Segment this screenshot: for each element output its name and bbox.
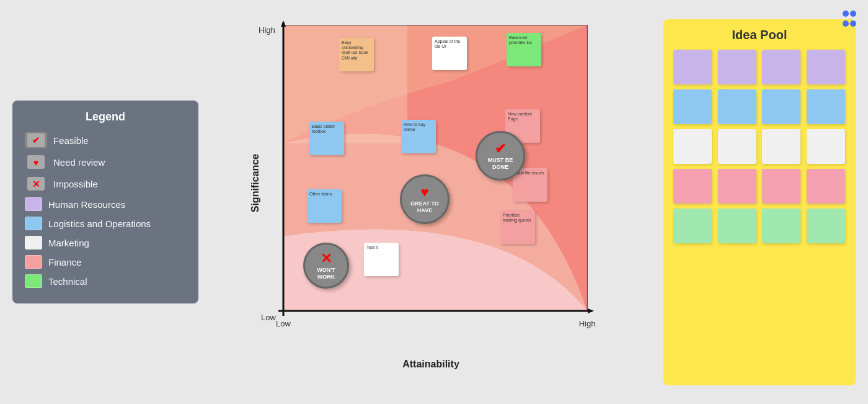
logistics-label: Logistics and Operations: [48, 218, 151, 229]
wont-work-circle: ✕ WON'TWORK: [303, 243, 349, 289]
pool-sticky-b3[interactable]: [762, 89, 800, 124]
pool-sticky-g4[interactable]: [807, 209, 845, 243]
feasible-icon: ✔: [25, 132, 47, 148]
pool-sticky-w4[interactable]: [807, 129, 845, 164]
sticky-n3[interactable]: Balanced priorities list: [507, 33, 541, 66]
impossible-label: Impossible: [53, 179, 98, 189]
impossible-icon: ✕: [25, 176, 47, 192]
marketing-color: [25, 236, 42, 249]
technical-color: [25, 274, 42, 288]
svg-point-0: [843, 11, 849, 17]
finance-label: Finance: [48, 257, 81, 267]
legend-logistics: Logistics and Operations: [25, 217, 186, 230]
wont-work-icon: ✕: [321, 251, 332, 267]
pool-sticky-p1[interactable]: [673, 50, 712, 84]
pool-sticky-w1[interactable]: [673, 129, 712, 164]
svg-marker-13: [281, 20, 286, 27]
legend-hr: Human Resources: [25, 197, 186, 211]
svg-marker-15: [588, 308, 594, 313]
sticky-n4[interactable]: Basic visitor toolbox: [309, 122, 344, 155]
pool-sticky-b4[interactable]: [807, 89, 845, 124]
pool-sticky-p3[interactable]: [762, 50, 800, 84]
sticky-n9[interactable]: Prioritize training quests: [500, 210, 535, 244]
x-axis-label: Attainability: [402, 359, 459, 370]
must-be-done-circle: ✔ MUST BEDONE: [476, 131, 525, 181]
legend-technical: Technical: [25, 274, 186, 288]
pool-sticky-g1[interactable]: [673, 209, 712, 243]
great-to-have-label: GREAT TOHAVE: [410, 200, 439, 214]
sticky-n8[interactable]: Other items: [307, 189, 342, 223]
great-to-have-icon: ♥: [420, 184, 428, 200]
sticky-n5[interactable]: How to buy online: [401, 120, 436, 153]
legend-title: Legend: [25, 110, 186, 123]
need-review-label: Need review: [53, 157, 105, 168]
svg-text:✕: ✕: [32, 179, 40, 189]
svg-text:Low: Low: [276, 319, 291, 328]
svg-point-3: [850, 20, 856, 27]
pool-sticky-p4[interactable]: [807, 50, 845, 84]
pool-sticky-pk1[interactable]: [673, 169, 712, 204]
finance-color: [25, 255, 42, 269]
idea-pool-title: Idea Pool: [673, 28, 846, 42]
pool-sticky-g2[interactable]: [718, 209, 756, 243]
need-review-icon: ♥: [25, 154, 47, 170]
svg-point-2: [843, 20, 849, 27]
technical-label: Technical: [48, 276, 87, 287]
pool-sticky-pk4[interactable]: [807, 169, 845, 204]
legend-marketing: Marketing: [25, 236, 186, 249]
svg-point-1: [850, 11, 856, 17]
hr-label: Human Resources: [48, 199, 125, 210]
chart-container: Significance High Low: [205, 10, 657, 395]
pool-sticky-w3[interactable]: [762, 129, 800, 164]
pool-sticky-g3[interactable]: [762, 209, 800, 243]
svg-text:✔: ✔: [32, 135, 40, 145]
wont-work-label: WON'TWORK: [317, 267, 335, 281]
pool-sticky-b2[interactable]: [718, 89, 756, 124]
pool-sticky-b1[interactable]: [673, 89, 712, 124]
legend-feasible: ✔ Feasible: [25, 132, 186, 148]
hr-color: [25, 197, 42, 211]
idea-pool-grid: [673, 50, 846, 243]
legend-need-review: ♥ Need review: [25, 154, 186, 170]
sticky-n2[interactable]: Appeal of the old UI: [432, 37, 467, 70]
app-icon: [838, 7, 861, 30]
y-axis-label: Significance: [250, 154, 261, 212]
legend-panel: Legend ✔ Feasible ♥ Need review ✕ Imposs…: [12, 101, 198, 303]
pool-sticky-p2[interactable]: [718, 50, 756, 84]
svg-text:High: High: [579, 319, 596, 328]
must-be-done-icon: ✔: [495, 141, 506, 157]
svg-text:♥: ♥: [33, 158, 38, 168]
great-to-have-circle: ♥ GREAT TOHAVE: [400, 174, 450, 224]
marketing-label: Marketing: [48, 238, 89, 248]
sticky-n1[interactable]: Easy onboarding draft out book CMI site: [339, 38, 374, 71]
sticky-n10[interactable]: Test it: [364, 243, 399, 276]
pool-sticky-pk3[interactable]: [762, 169, 800, 204]
pool-sticky-w2[interactable]: [718, 129, 756, 164]
legend-finance: Finance: [25, 255, 186, 269]
pool-sticky-pk2[interactable]: [718, 169, 756, 204]
legend-impossible: ✕ Impossible: [25, 176, 186, 192]
logistics-color: [25, 217, 42, 230]
must-be-done-label: MUST BEDONE: [488, 157, 513, 171]
feasible-label: Feasible: [53, 135, 89, 146]
idea-pool-panel: Idea Pool: [663, 19, 856, 385]
